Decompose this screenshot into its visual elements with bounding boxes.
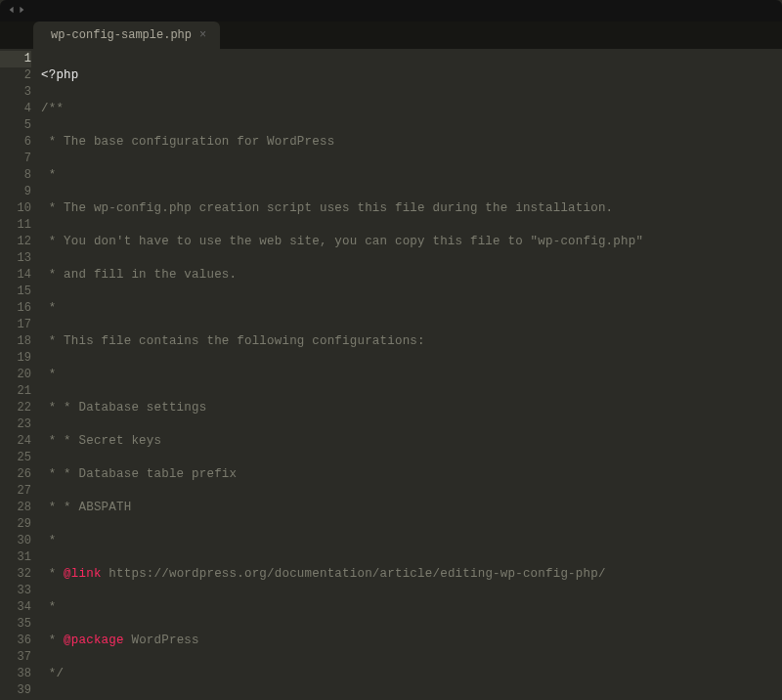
line-number: 24 — [0, 433, 31, 450]
window-titlebar — [0, 0, 782, 22]
line-number: 12 — [0, 234, 31, 250]
code-area[interactable]: <?php /** * The base configuration for W… — [41, 49, 782, 700]
line-number: 28 — [0, 500, 31, 516]
docblock-line: WordPress — [124, 634, 199, 647]
docblock-line: https://wordpress.org/documentation/arti… — [102, 567, 606, 581]
nav-forward-icon[interactable] — [18, 4, 25, 18]
docblock-line: * * Database table prefix — [41, 467, 237, 481]
docblock-line: * — [41, 168, 56, 182]
line-number: 21 — [0, 383, 31, 400]
line-number: 16 — [0, 300, 31, 317]
annotation-link: @link — [64, 567, 102, 581]
docblock-line: * and fill in the values. — [41, 268, 237, 282]
line-number: 11 — [0, 217, 31, 234]
line-number: 34 — [0, 599, 31, 616]
line-number: 36 — [0, 633, 31, 649]
line-number: 38 — [0, 666, 31, 682]
line-number-gutter: 1234567891011121314151617181920212223242… — [0, 49, 41, 700]
line-number: 35 — [0, 616, 31, 633]
line-number: 26 — [0, 466, 31, 483]
docblock-line: * — [41, 368, 56, 381]
line-number: 6 — [0, 134, 31, 151]
docblock-open: /** — [41, 102, 64, 115]
docblock-line: * — [41, 634, 64, 647]
line-number: 7 — [0, 151, 31, 167]
docblock-line: * The base configuration for WordPress — [41, 135, 334, 149]
svg-marker-1 — [20, 7, 23, 13]
line-number: 31 — [0, 549, 31, 566]
line-number: 25 — [0, 450, 31, 466]
line-number: 9 — [0, 184, 31, 200]
line-number: 5 — [0, 117, 31, 134]
svg-marker-0 — [10, 7, 14, 13]
docblock-line: * * ABSPATH — [41, 501, 131, 514]
line-number: 27 — [0, 483, 31, 500]
tab-active[interactable]: wp-config-sample.php × — [33, 22, 220, 49]
line-number: 14 — [0, 267, 31, 284]
line-number: 1 — [0, 51, 31, 67]
line-number: 29 — [0, 516, 31, 533]
line-number: 23 — [0, 416, 31, 433]
docblock-line: * * Secret keys — [41, 434, 161, 448]
line-number: 22 — [0, 400, 31, 416]
docblock-line: * — [41, 567, 64, 581]
docblock-line: * — [41, 301, 56, 315]
docblock-line: * — [41, 600, 56, 614]
tab-filename: wp-config-sample.php — [51, 22, 192, 49]
code-editor[interactable]: 1234567891011121314151617181920212223242… — [0, 49, 782, 700]
line-number: 37 — [0, 649, 31, 666]
line-number: 4 — [0, 101, 31, 117]
docblock-line: * * Database settings — [41, 401, 206, 415]
docblock-line: * You don't have to use the web site, yo… — [41, 235, 643, 248]
line-number: 2 — [0, 67, 31, 84]
line-number: 18 — [0, 333, 31, 350]
line-number: 32 — [0, 566, 31, 583]
line-number: 19 — [0, 350, 31, 367]
line-number: 10 — [0, 200, 31, 217]
line-number: 20 — [0, 367, 31, 383]
annotation-package: @package — [64, 634, 124, 647]
line-number: 17 — [0, 317, 31, 333]
line-number: 33 — [0, 583, 31, 599]
line-number: 15 — [0, 284, 31, 300]
line-number: 39 — [0, 682, 31, 699]
docblock-line: * The wp-config.php creation script uses… — [41, 201, 613, 215]
close-icon[interactable]: × — [199, 22, 206, 49]
docblock-line: * This file contains the following confi… — [41, 334, 425, 348]
line-number: 3 — [0, 84, 31, 101]
line-number: 13 — [0, 250, 31, 267]
tab-bar: wp-config-sample.php × — [0, 22, 782, 49]
php-open-tag: <?php — [41, 68, 79, 82]
docblock-close: */ — [41, 667, 64, 680]
line-number: 30 — [0, 533, 31, 549]
line-number: 8 — [0, 167, 31, 184]
docblock-line: * — [41, 534, 56, 547]
nav-back-icon[interactable] — [8, 4, 16, 18]
